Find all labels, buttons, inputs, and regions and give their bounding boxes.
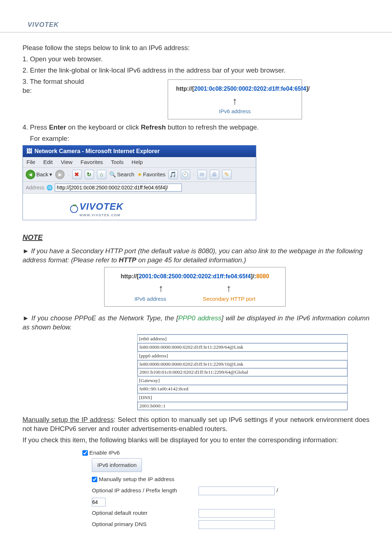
ipv6-addr-label-2: IPv6 address — [134, 295, 166, 303]
ipv6-settings-form: Enable IPv6 IPv6 information Manually se… — [82, 447, 286, 530]
opt-dns-input[interactable] — [199, 520, 275, 529]
enable-ipv6-row: Enable IPv6 — [82, 447, 286, 458]
page-content: Please follow the steps below to link to… — [0, 33, 392, 544]
mail-icon: ✉ — [200, 171, 204, 178]
enter-bold: Enter — [49, 123, 66, 131]
stop-button[interactable]: ✖ — [72, 170, 82, 179]
ie-title-text: Network Camera - Microsoft Internet Expl… — [34, 147, 160, 155]
edit-button[interactable]: ✎ — [222, 170, 232, 179]
menu-help[interactable]: Help — [132, 159, 143, 165]
arrow-up-2a: ↑ — [159, 282, 164, 295]
url-format-box-1: http://[2001:0c08:2500:0002:0202:d1ff:fe… — [168, 79, 302, 119]
home-icon: ⌂ — [100, 171, 103, 178]
menu-edit[interactable]: Edit — [43, 159, 53, 165]
step-4: 4. Press Enter on the keyboard or click … — [23, 123, 369, 132]
ie-body: VIVOTEK WWW.VIVOTEK.COM — [23, 194, 256, 219]
ipv6-info-table: [eth0 address] fe80:0000:0000:0000:0202:… — [137, 334, 348, 410]
opt-dns-label: Optional primary DNS — [92, 518, 197, 530]
url-suffix: ]/ — [306, 86, 310, 92]
brand-text: VIVOTEK — [28, 20, 59, 29]
media-icon: 🎵 — [170, 171, 176, 178]
intro-lead: Please follow the steps below to link to… — [23, 44, 369, 53]
url-ipv6: 2001:0c08:2500:0002:0202:d1ff:fe04:65f4 — [194, 86, 306, 92]
ie-menubar[interactable]: File Edit View Favorites Tools Help — [23, 157, 256, 168]
row-ppp0-link: fe80:0000:0000:0000:0202:d1ff:fe11:2299/… — [138, 360, 347, 368]
search-label: Search — [117, 171, 135, 178]
edit-icon: ✎ — [224, 171, 229, 178]
print-button[interactable]: 🖶 — [210, 170, 219, 179]
prefix-length-input[interactable] — [92, 498, 106, 506]
ie-titlebar: 🖼 Network Camera - Microsoft Internet Ex… — [23, 145, 256, 157]
menu-file[interactable]: File — [26, 159, 35, 165]
opt-router-label: Optional default router — [92, 507, 197, 518]
step-3: 3. The format should be: — [23, 77, 95, 95]
manual-head: Manually setup the IP address — [23, 416, 114, 423]
opt-ip-row: Optional IP address / Prefix length / — [92, 485, 286, 507]
url2-suffix: ]/: — [251, 273, 256, 279]
ie-app-icon: 🖼 — [26, 147, 32, 155]
enable-ipv6-label: Enable IPv6 — [89, 450, 120, 456]
back-label: Back — [36, 171, 48, 178]
step4-c: button to refresh the webpage. — [166, 123, 259, 131]
menu-view[interactable]: View — [61, 159, 72, 165]
manual-setup-label: Manually setup the IP address — [99, 476, 174, 482]
manual-setup-checkbox[interactable] — [92, 477, 97, 482]
secondary-port-label: Secondary HTTP port — [203, 295, 256, 303]
history-button[interactable]: 🕘 — [181, 170, 190, 179]
home-button[interactable]: ⌂ — [97, 170, 106, 179]
address-label: Address — [26, 184, 44, 191]
for-example: For example: — [23, 134, 369, 143]
back-arrow-icon: ◄ — [26, 170, 35, 179]
stop-icon: ✖ — [74, 171, 79, 178]
page-icon: 🌐 — [46, 184, 53, 191]
logo-text: VIVOTEK — [79, 201, 123, 212]
note-2: ► If you choose PPPoE as the Network Typ… — [23, 314, 369, 332]
note-1: ► If you have a Secondary HTTP port (the… — [23, 247, 369, 265]
settings-indent: IPv6 information Manually setup the IP a… — [82, 458, 286, 530]
manual-setup-row: Manually setup the IP address — [92, 473, 286, 485]
ipv6-information-button[interactable]: IPv6 information — [92, 458, 142, 472]
ppp0-link: PPP0 address — [178, 314, 221, 322]
menu-tools[interactable]: Tools — [111, 159, 123, 165]
ie-address-bar: Address 🌐 — [23, 182, 256, 194]
opt-ip-input[interactable] — [199, 487, 275, 495]
url2-port: 8080 — [256, 273, 269, 279]
slash-sep: / — [277, 487, 278, 493]
note-heading: NOTE — [23, 233, 43, 242]
arrow-row-2: ↑ ↑ — [113, 282, 277, 295]
manual-para-1: Manually setup the IP address: Select th… — [23, 415, 369, 434]
menu-favorites[interactable]: Favorites — [81, 159, 103, 165]
logo-subtext: WWW.VIVOTEK.COM — [79, 213, 123, 217]
url2-ipv6: 2001:0c08:2500:0002:0202:d1ff:fe04:65f4 — [139, 273, 251, 279]
url-prefix: http://[ — [176, 86, 194, 92]
refresh-icon: ↻ — [87, 171, 91, 178]
row-dns-val: 2001:b000::1 — [138, 402, 347, 410]
forward-button[interactable]: ► — [55, 170, 65, 179]
row-ppp0-hdr: [ppp0 address] — [138, 352, 347, 360]
star-icon: ★ — [137, 171, 142, 178]
row-eth0-hdr: [eth0 address] — [138, 335, 347, 343]
refresh-button[interactable]: ↻ — [85, 170, 94, 179]
row-gateway-val: fe80::90:1a00:4142:8ced — [138, 385, 347, 393]
note2-a: ► If you choose PPPoE as the Network Typ… — [23, 314, 178, 322]
step-1: 1. Open your web browser. — [23, 55, 369, 64]
mail-button[interactable]: ✉ — [197, 170, 207, 179]
arrow-up-2b: ↑ — [226, 282, 232, 295]
step4-b: on the keyboard or click — [66, 123, 141, 131]
search-icon: 🔍 — [109, 171, 116, 178]
opt-router-input[interactable] — [199, 509, 275, 518]
address-input[interactable] — [55, 184, 182, 192]
back-button[interactable]: ◄ Back ▾ — [26, 170, 52, 179]
url-format-box-2: http://[2001:0c08:2500:0002:0202:d1ff:fe… — [104, 267, 286, 307]
manual-para-2: If you check this item, the following bl… — [23, 436, 369, 445]
step4-a: 4. Press — [23, 123, 49, 131]
media-button[interactable]: 🎵 — [168, 170, 178, 179]
step-2: 2. Enter the link-global or link-local I… — [23, 66, 369, 75]
enable-ipv6-checkbox[interactable] — [82, 450, 88, 456]
toolbar-sep: · — [68, 171, 69, 178]
row-ppp0-global: 2001:b100:01c0:0002:0202:d1ff:fe11:2299/… — [138, 368, 347, 376]
favorites-label: Favorites — [143, 171, 166, 178]
search-button[interactable]: 🔍 Search — [109, 171, 135, 178]
favorites-button[interactable]: ★ Favorites — [137, 171, 166, 178]
ie-window: 🖼 Network Camera - Microsoft Internet Ex… — [23, 145, 256, 220]
